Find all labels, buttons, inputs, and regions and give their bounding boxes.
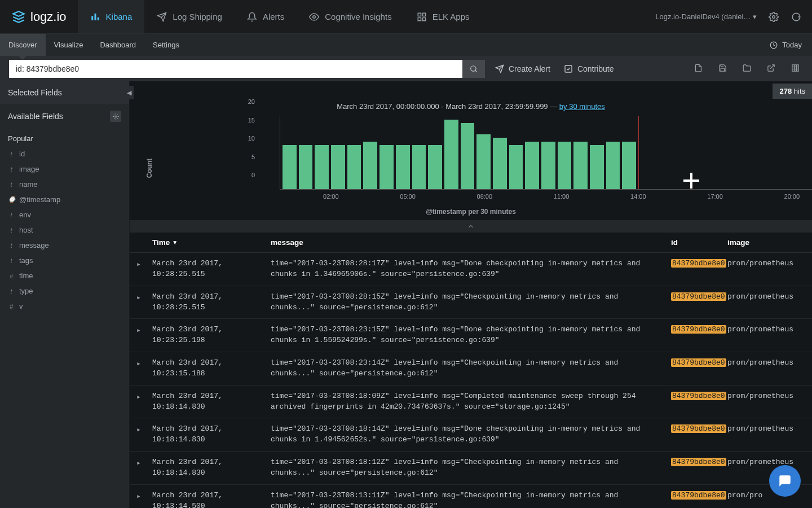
table-header: Time ▼ message id image	[130, 233, 812, 253]
tab-alerts[interactable]: Alerts	[235, 0, 297, 33]
expand-row[interactable]: ▸	[136, 391, 152, 413]
expand-row[interactable]: ▸	[136, 325, 152, 346]
svg-rect-15	[792, 65, 798, 71]
field-v[interactable]: #v	[0, 299, 129, 314]
gear-icon[interactable]	[768, 11, 779, 23]
svg-line-14	[770, 65, 774, 69]
svg-rect-2	[97, 17, 99, 20]
expand-row[interactable]: ▸	[136, 491, 152, 508]
field-name: id	[19, 150, 25, 158]
tab-cognitive-insights[interactable]: Cognitive Insights	[297, 0, 404, 33]
search-button[interactable]	[462, 60, 485, 78]
field-name: time	[19, 271, 33, 280]
logout-icon[interactable]	[791, 11, 802, 23]
histogram-bar[interactable]	[573, 142, 588, 190]
field-@timestamp[interactable]: ⌚@timestamp	[0, 192, 129, 207]
field-message[interactable]: tmessage	[0, 238, 129, 253]
save-icon[interactable]	[718, 64, 727, 74]
contribute-button[interactable]: Contribute	[564, 64, 614, 73]
search-input[interactable]	[9, 60, 462, 78]
chart-range: March 23rd 2017, 00:00:00.000 - March 23…	[337, 102, 559, 111]
field-settings-icon[interactable]	[110, 111, 121, 122]
histogram-bar[interactable]	[428, 145, 442, 189]
collapse-sidebar[interactable]: ◀	[125, 86, 134, 99]
share-icon[interactable]	[767, 64, 775, 74]
histogram-bar[interactable]	[525, 142, 539, 190]
field-tags[interactable]: ttags	[0, 253, 129, 268]
histogram-bar[interactable]	[299, 145, 313, 189]
expand-row[interactable]: ▸	[136, 259, 152, 280]
histogram-bar[interactable]	[315, 145, 329, 189]
histogram-bar[interactable]	[396, 145, 410, 189]
field-id[interactable]: tid	[0, 146, 129, 161]
histogram-bar[interactable]	[444, 120, 458, 190]
histogram-bar[interactable]	[476, 134, 491, 190]
tab-elk-apps[interactable]: ELK Apps	[404, 0, 482, 33]
account-menu[interactable]: Logz.io-DanielDev4 (daniel… ▾	[655, 12, 757, 21]
field-name: image	[19, 165, 39, 173]
field-name[interactable]: tname	[0, 177, 129, 192]
svg-rect-1	[94, 14, 96, 20]
subtab-discover[interactable]: Discover	[0, 34, 46, 56]
field-name: type	[19, 287, 33, 295]
histogram-bar[interactable]	[461, 123, 475, 189]
selected-fields-header[interactable]: Selected Fields	[0, 81, 129, 104]
col-image[interactable]: image	[727, 238, 801, 247]
time-picker[interactable]: Today	[770, 41, 812, 49]
popular-heading: Popular	[0, 129, 129, 146]
expand-row[interactable]: ▸	[136, 424, 152, 445]
logo[interactable]: logz.io	[0, 10, 78, 24]
histogram-bar[interactable]	[412, 145, 426, 189]
histogram-bar[interactable]	[509, 145, 523, 189]
chat-widget[interactable]	[769, 465, 801, 497]
histogram-bar[interactable]	[590, 145, 604, 189]
subtab-visualize[interactable]: Visualize	[46, 34, 92, 56]
x-tick: 02:00	[323, 193, 339, 200]
histogram-bar[interactable]	[331, 145, 345, 189]
create-alert-label: Create Alert	[509, 64, 550, 73]
field-time[interactable]: #time	[0, 268, 129, 283]
histogram-bar[interactable]	[622, 142, 636, 190]
expand-row[interactable]: ▸	[136, 292, 152, 313]
histogram-bar[interactable]	[347, 145, 361, 189]
tab-kibana[interactable]: Kibana	[78, 0, 145, 33]
histogram-bar[interactable]	[363, 142, 377, 190]
field-image[interactable]: timage	[0, 161, 129, 177]
field-env[interactable]: tenv	[0, 207, 129, 222]
subtab-settings[interactable]: Settings	[144, 34, 188, 56]
cell-time: March 23rd 2017, 10:13:14.500	[152, 491, 271, 508]
cell-id: 84379bdbe8e0	[671, 391, 727, 413]
hits-bar: 278 hits	[130, 81, 812, 99]
histogram-bar[interactable]	[541, 142, 555, 190]
col-id[interactable]: id	[671, 238, 727, 247]
chart-area[interactable]: Count 05101520 02:0005:0008:0011:0014:00…	[130, 116, 812, 220]
svg-rect-4	[418, 13, 421, 16]
field-host[interactable]: thost	[0, 222, 129, 238]
divider-handle[interactable]	[130, 220, 812, 233]
histogram-bar[interactable]	[558, 142, 572, 190]
cell-time: March 23rd 2017, 10:18:14.830	[152, 391, 271, 413]
sub-nav: Discover Visualize Dashboard Settings To…	[0, 34, 812, 56]
subtab-dashboard[interactable]: Dashboard	[91, 34, 144, 56]
grid-icon	[417, 12, 427, 22]
svg-point-3	[313, 15, 316, 18]
histogram-bar[interactable]	[606, 142, 620, 190]
expand-row[interactable]: ▸	[136, 457, 152, 479]
field-type-icon: t	[8, 166, 15, 173]
tab-log-shipping[interactable]: Log Shipping	[144, 0, 235, 33]
new-icon[interactable]	[694, 64, 703, 74]
table-icon[interactable]	[791, 64, 800, 74]
col-message[interactable]: message	[271, 238, 671, 247]
histogram-bar[interactable]	[379, 145, 394, 189]
histogram-bar[interactable]	[283, 145, 297, 189]
field-name: @timestamp	[19, 195, 60, 204]
field-type-icon: #	[8, 303, 15, 310]
col-time[interactable]: Time ▼	[152, 238, 271, 247]
histogram-bar[interactable]	[493, 138, 507, 189]
create-alert-button[interactable]: Create Alert	[495, 64, 550, 73]
available-fields-header[interactable]: Available Fields	[0, 104, 129, 129]
open-icon[interactable]	[743, 64, 751, 74]
interval-link[interactable]: by 30 minutes	[559, 102, 605, 111]
field-type[interactable]: ttype	[0, 283, 129, 299]
expand-row[interactable]: ▸	[136, 358, 152, 379]
